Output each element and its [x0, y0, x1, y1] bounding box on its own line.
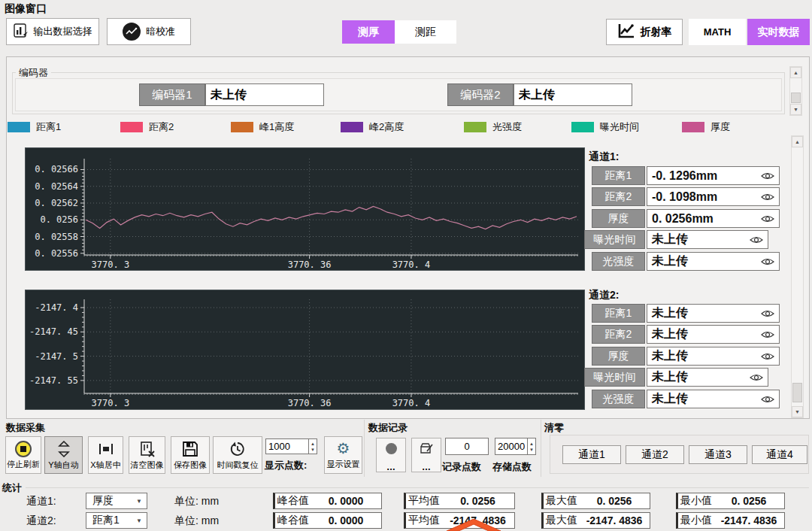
channel-row: 距离2 -0. 1098mm [592, 187, 780, 206]
eye-icon[interactable] [761, 171, 774, 181]
divider [364, 420, 365, 477]
eye-icon[interactable] [761, 257, 774, 266]
eye-icon[interactable] [750, 373, 763, 382]
thickness-chart[interactable]: 0. 025660. 025640. 025620. 02560. 025580… [25, 147, 585, 271]
scroll-up-icon[interactable]: ▲ [790, 67, 801, 78]
clear-channel2-button[interactable]: 通道2 [626, 445, 684, 464]
legend-swatch-distance2 [120, 122, 143, 132]
measure-thickness-tab[interactable]: 测厚 [342, 20, 395, 44]
channel2-intensity-chip[interactable]: 光强度 [592, 390, 645, 408]
svg-text:3770. 4: 3770. 4 [392, 259, 431, 270]
channel1-distance2-chip[interactable]: 距离2 [592, 187, 645, 206]
y-axis-auto-button[interactable]: Y轴自动 [44, 436, 83, 474]
stats-group-label: 统计 [2, 481, 22, 495]
stats-max-box: 最大值-2147. 4836 [541, 512, 650, 529]
eye-icon[interactable] [761, 395, 774, 404]
scroll-down-icon[interactable]: ▼ [792, 406, 803, 417]
save-image-button[interactable]: 保存图像 [171, 436, 210, 474]
svg-text:0. 02566: 0. 02566 [35, 164, 78, 174]
orange-arrow-annotation [445, 519, 502, 531]
realtime-data-button[interactable]: 实时数据 [747, 19, 810, 45]
stop-refresh-button[interactable]: 停止刷新 [5, 436, 41, 474]
svg-text:3770. 4: 3770. 4 [392, 398, 431, 408]
record-button[interactable]: … [376, 438, 406, 472]
legend-item: 厚度 [682, 120, 730, 134]
x-axis-center-button[interactable]: X轴居中 [88, 436, 123, 474]
channel-row: 距离1 -0. 1296mm [592, 166, 780, 185]
stats-channel1-label: 通道1: [26, 495, 56, 508]
channel2-thickness-chip[interactable]: 厚度 [592, 347, 645, 366]
clear-channel4-button[interactable]: 通道4 [752, 445, 807, 464]
eye-icon[interactable] [761, 352, 774, 361]
channel1-exposure-chip[interactable]: 曝光时间 [584, 230, 645, 249]
display-points-input[interactable] [265, 438, 309, 454]
stats-channel2-type-dropdown[interactable]: 距离1 ▼ [86, 512, 147, 529]
refractive-index-button[interactable]: 折射率 [606, 19, 683, 45]
display-settings-button[interactable]: ⚙ 显示设置 [324, 436, 362, 474]
svg-text:-2147. 4: -2147. 4 [35, 302, 78, 313]
svg-text:0. 02562: 0. 02562 [35, 198, 78, 208]
x-axis-center-icon [98, 441, 114, 460]
divider [26, 487, 809, 488]
legend-swatch-thickness [682, 122, 704, 132]
channel1-intensity-chip[interactable]: 光强度 [592, 252, 645, 271]
clear-image-icon [139, 441, 156, 460]
clear-image-button[interactable]: 清空图像 [129, 436, 165, 474]
encoder2-value-input[interactable] [514, 83, 632, 106]
eye-icon[interactable] [761, 309, 774, 318]
legend-swatch-distance1 [8, 122, 30, 132]
legend-swatch-intensity [464, 122, 486, 132]
measure-distance-tab[interactable]: 测距 [395, 20, 456, 44]
stats-channel1-type-dropdown[interactable]: 厚度 ▼ [86, 493, 147, 509]
scrollbar-thumb[interactable] [792, 383, 802, 402]
dark-calibration-button[interactable]: 暗校准 [107, 18, 191, 45]
gear-icon: ⚙ [337, 441, 350, 456]
store-points-spinner[interactable]: ▲▼ [528, 438, 536, 455]
svg-text:0. 02558: 0. 02558 [35, 232, 78, 242]
timestamp-reset-button[interactable]: 时间戳复位 [213, 436, 262, 474]
main-scrollbar[interactable]: ▲ ▼ [791, 135, 804, 418]
channel-row: 光强度 未上传 [592, 252, 780, 271]
channel2-thickness-value: 未上传 [647, 347, 780, 366]
display-points-spinner[interactable]: ▲▼ [309, 438, 317, 454]
distance-chart[interactable]: -2147. 4-2147. 45-2147. 5-2147. 553770. … [25, 290, 585, 410]
channel-row: 厚度 0. 0256mm [592, 209, 780, 228]
channel2-distance2-chip[interactable]: 距离2 [592, 325, 645, 344]
clear-channel3-button[interactable]: 通道3 [689, 445, 747, 464]
math-button[interactable]: MATH [689, 19, 746, 45]
channel1-distance1-chip[interactable]: 距离1 [592, 166, 645, 185]
svg-text:-2147. 55: -2147. 55 [29, 375, 78, 386]
stats-max-box: 最大值0. 0256 [541, 493, 650, 509]
spin-up-icon[interactable]: ▲ [528, 441, 535, 447]
stats-channel2-label: 通道2: [26, 514, 56, 528]
scroll-up-icon[interactable]: ▲ [792, 136, 803, 147]
eye-icon[interactable] [750, 235, 763, 244]
channel1-distance2-value: -0. 1098mm [647, 187, 780, 206]
clear-channel1-button[interactable]: 通道1 [562, 445, 621, 464]
store-points-input[interactable] [495, 438, 528, 455]
encoder-scrollbar[interactable]: ▲ ▼ [789, 66, 802, 116]
scroll-down-icon[interactable]: ▼ [790, 104, 801, 115]
svg-text:3770. 3: 3770. 3 [92, 398, 130, 408]
spin-down-icon[interactable]: ▼ [309, 447, 317, 453]
eye-icon[interactable] [761, 330, 774, 339]
store-points-label: 存储点数 [492, 460, 532, 474]
encoder1-value-input[interactable] [205, 83, 324, 106]
channel2-distance1-chip[interactable]: 距离1 [592, 304, 645, 323]
record-points-input[interactable] [445, 438, 489, 455]
channel1-distance1-value: -0. 1296mm [647, 166, 780, 185]
channel2-intensity-value: 未上传 [647, 390, 780, 408]
scrollbar-thumb[interactable] [791, 93, 801, 103]
channel2-exposure-chip[interactable]: 曝光时间 [584, 368, 645, 387]
channel1-thickness-chip[interactable]: 厚度 [592, 209, 645, 228]
record-export-button[interactable]: … [411, 438, 441, 472]
display-points-label: 显示点数: [265, 459, 307, 472]
record-export-icon [419, 442, 434, 457]
record-more-label: … [386, 464, 395, 470]
eye-icon[interactable] [761, 214, 774, 223]
spin-up-icon[interactable]: ▲ [309, 441, 317, 447]
spin-down-icon[interactable]: ▼ [528, 447, 535, 453]
record-export-more-label: … [422, 464, 431, 470]
eye-icon[interactable] [761, 193, 774, 202]
output-data-select-button[interactable]: 输出数据选择 [6, 18, 99, 45]
